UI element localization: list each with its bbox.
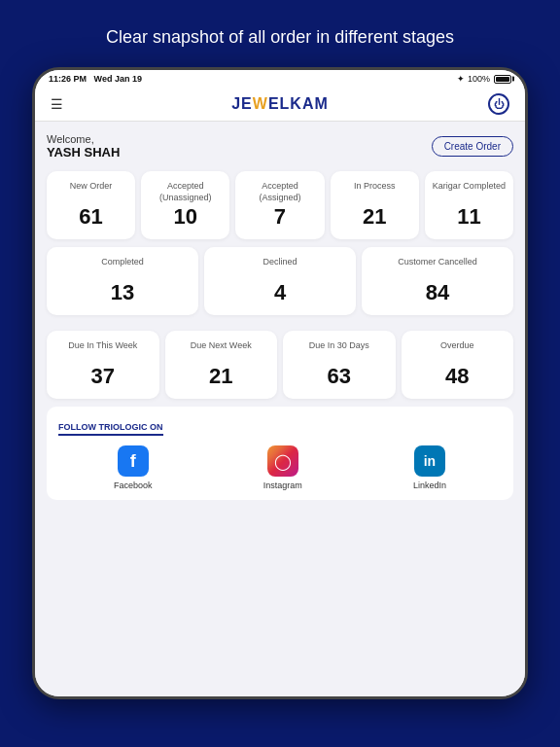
- stat-value: 7: [274, 204, 286, 230]
- stat-card[interactable]: Due In 30 Days63: [283, 331, 396, 399]
- stat-value: 21: [209, 364, 232, 389]
- stat-card[interactable]: Completed13: [47, 247, 198, 315]
- stat-label: In Process: [354, 181, 396, 193]
- power-button[interactable]: ⏻: [488, 93, 509, 115]
- stat-card[interactable]: Accepted (Assigned)7: [235, 171, 324, 239]
- facebook-icon: f: [118, 445, 149, 477]
- stat-value: 11: [457, 204, 480, 230]
- stat-value: 10: [174, 204, 197, 230]
- stat-card[interactable]: Declined4: [204, 247, 356, 315]
- main-content: Welcome, YASH SHAH Create Order New Orde…: [35, 122, 525, 696]
- stat-card[interactable]: Overdue48: [402, 331, 514, 399]
- stat-value: 63: [328, 364, 351, 389]
- stat-label: Due Next Week: [191, 340, 252, 352]
- social-icons-row: f Facebook ◯ Instagram in LinkedIn: [58, 445, 502, 490]
- facebook-link[interactable]: f Facebook: [114, 445, 153, 490]
- welcome-text-block: Welcome, YASH SHAH: [47, 133, 120, 160]
- page-header: Clear snapshot of all order in different…: [0, 0, 560, 67]
- page-title: Clear snapshot of all order in different…: [106, 27, 454, 47]
- stat-value: 37: [91, 364, 115, 389]
- stat-card[interactable]: In Process21: [331, 171, 419, 239]
- battery-icon: [494, 75, 511, 84]
- stat-value: 48: [445, 364, 469, 389]
- follow-title: FOLLOW TRIOLOGIC ON: [58, 422, 163, 436]
- stat-card[interactable]: Customer Cancelled84: [362, 247, 513, 315]
- status-right: ✦ 100%: [457, 74, 511, 84]
- stat-card[interactable]: Due Next Week21: [165, 331, 278, 399]
- stat-label: Accepted (Assigned): [243, 181, 316, 203]
- stat-label: New Order: [70, 181, 113, 193]
- stat-label: Accepted (Unassigned): [149, 181, 222, 203]
- tablet-frame: 11:26 PM Wed Jan 19 ✦ 100% ☰ JEWELKAM ⏻ …: [32, 67, 528, 699]
- follow-section: FOLLOW TRIOLOGIC ON f Facebook ◯ Instagr…: [47, 407, 513, 500]
- welcome-row: Welcome, YASH SHAH Create Order: [47, 133, 513, 160]
- stat-label: Karigar Completed: [433, 181, 506, 193]
- stat-label: Declined: [262, 257, 297, 268]
- stat-label: Overdue: [440, 340, 474, 352]
- greeting-text: Welcome,: [47, 133, 120, 145]
- linkedin-icon: in: [414, 445, 445, 477]
- stats-grid-row2: Completed13Declined4Customer Cancelled84: [47, 247, 513, 315]
- stat-label: Customer Cancelled: [398, 257, 477, 268]
- instagram-icon: ◯: [267, 445, 298, 477]
- app-logo: JEWELKAM: [231, 95, 329, 113]
- stat-card[interactable]: Due In This Week37: [47, 331, 159, 399]
- stat-value: 21: [363, 204, 386, 230]
- status-bar: 11:26 PM Wed Jan 19 ✦ 100%: [35, 70, 525, 88]
- menu-icon[interactable]: ☰: [51, 96, 63, 112]
- stats-grid-row1: New Order61Accepted (Unassigned)10Accept…: [47, 171, 513, 239]
- facebook-label: Facebook: [114, 480, 153, 490]
- instagram-label: Instagram: [263, 480, 302, 490]
- linkedin-link[interactable]: in LinkedIn: [413, 445, 446, 490]
- stat-card[interactable]: Karigar Completed11: [425, 171, 513, 239]
- stats-grid-row3: Due In This Week37Due Next Week21Due In …: [47, 331, 513, 399]
- status-time-date: 11:26 PM Wed Jan 19: [49, 74, 142, 84]
- stat-card[interactable]: Accepted (Unassigned)10: [141, 171, 229, 239]
- stat-value: 4: [274, 280, 286, 305]
- stat-label: Due In This Week: [68, 340, 137, 352]
- stat-card[interactable]: New Order61: [47, 171, 135, 239]
- stat-value: 13: [111, 280, 134, 305]
- stat-value: 84: [426, 280, 449, 305]
- stat-label: Completed: [101, 257, 144, 268]
- user-name: YASH SHAH: [47, 145, 120, 160]
- stat-value: 61: [79, 204, 102, 230]
- instagram-link[interactable]: ◯ Instagram: [263, 445, 302, 490]
- stat-label: Due In 30 Days: [309, 340, 369, 352]
- create-order-button[interactable]: Create Order: [432, 136, 513, 157]
- nav-bar: ☰ JEWELKAM ⏻: [35, 88, 525, 122]
- linkedin-label: LinkedIn: [413, 480, 446, 490]
